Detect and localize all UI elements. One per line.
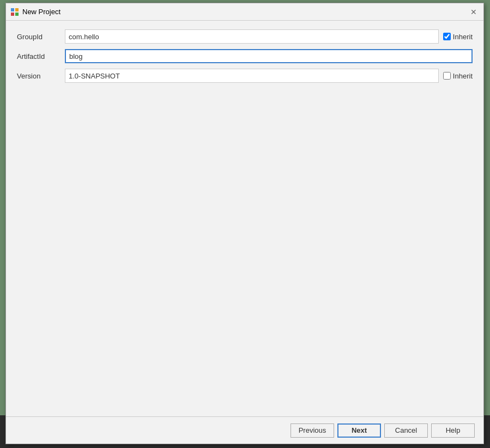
artifactid-label: ArtifactId — [17, 52, 61, 60]
version-input[interactable] — [65, 69, 439, 83]
dialog-footer: Previous Next Cancel Help — [6, 416, 483, 444]
title-bar-left: New Project — [10, 8, 61, 16]
version-inherit-checkbox[interactable] — [443, 72, 451, 80]
groupid-input[interactable] — [65, 29, 439, 44]
project-icon — [10, 8, 19, 16]
previous-button[interactable]: Previous — [291, 423, 334, 438]
svg-rect-0 — [11, 8, 14, 11]
version-label: Version — [17, 72, 61, 80]
groupid-inherit-label: Inherit — [453, 33, 473, 41]
content-spacer — [17, 88, 473, 408]
next-button[interactable]: Next — [337, 423, 381, 438]
version-inherit-check: Inherit — [443, 72, 473, 80]
version-row: Version Inherit — [17, 69, 473, 83]
svg-rect-3 — [15, 13, 19, 16]
close-button[interactable]: ✕ — [468, 7, 479, 17]
svg-rect-2 — [11, 13, 14, 16]
groupid-row: GroupId Inherit — [17, 29, 473, 44]
groupid-inherit-check: Inherit — [443, 33, 473, 41]
new-project-dialog: New Project ✕ GroupId Inherit ArtifactId — [5, 3, 484, 444]
groupid-label: GroupId — [17, 33, 61, 41]
dialog-overlay: display: flex; New Project ✕ — [0, 0, 490, 448]
cancel-button[interactable]: Cancel — [384, 423, 428, 438]
groupid-inherit-checkbox[interactable] — [443, 33, 451, 40]
version-inherit-label: Inherit — [453, 72, 473, 80]
svg-rect-1 — [15, 8, 19, 11]
title-bar: New Project ✕ — [6, 3, 483, 21]
dialog-content: GroupId Inherit ArtifactId Version Inher… — [6, 21, 483, 416]
dialog-title: New Project — [22, 8, 61, 16]
help-button[interactable]: Help — [431, 423, 475, 438]
artifactid-row: ArtifactId — [17, 49, 473, 63]
artifactid-input[interactable] — [65, 49, 473, 63]
